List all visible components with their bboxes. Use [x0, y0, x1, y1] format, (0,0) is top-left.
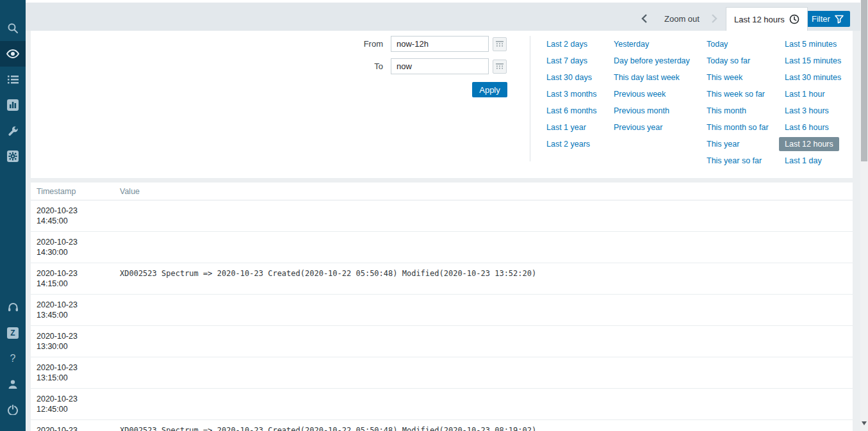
quick-range-item: Today so far [707, 52, 769, 69]
quick-range-link[interactable]: Last 1 hour [785, 90, 825, 99]
list-icon [8, 75, 19, 84]
sidebar-item-user-profile[interactable] [0, 371, 26, 397]
table-row: 2020-10-23 12:45:00 [31, 389, 853, 420]
value-cell [114, 232, 853, 263]
headset-icon [8, 302, 19, 313]
quick-range-link[interactable]: Last 2 days [546, 40, 587, 49]
quick-range-item: Last 5 minutes [785, 35, 841, 52]
sidebar-item-share[interactable]: Z [0, 320, 26, 346]
quick-range-link[interactable]: Last 1 year [546, 123, 586, 132]
quick-range-link[interactable]: This week so far [707, 90, 765, 99]
quick-range-column-1: Last 2 daysLast 7 daysLast 30 daysLast 3… [546, 35, 597, 152]
column-header-timestamp: Timestamp [31, 183, 114, 200]
vertical-scrollbar[interactable] [860, 0, 868, 431]
quick-range-link[interactable]: Previous month [614, 106, 669, 115]
quick-range-link[interactable]: Last 2 years [546, 140, 590, 149]
quick-range-item: This year [707, 135, 769, 152]
quick-range-link[interactable]: Day before yesterday [614, 56, 690, 65]
quick-range-link[interactable]: Today so far [707, 56, 750, 65]
quick-range-item: Last 30 days [546, 69, 597, 85]
search-icon [7, 22, 19, 34]
sidebar-item-support[interactable] [0, 295, 26, 320]
filter-panel-divider [530, 36, 530, 161]
quick-range-item: Previous year [614, 118, 690, 135]
sidebar-item-administration[interactable] [0, 143, 26, 169]
timestamp-cell: 2020-10-23 12:45:00 [31, 389, 114, 420]
quick-range-item: This year so far [707, 152, 769, 168]
calendar-icon [496, 41, 504, 48]
quick-range-link[interactable]: This year so far [707, 156, 762, 165]
time-shift-back-button[interactable] [640, 13, 649, 24]
zoom-out-button[interactable]: Zoom out [664, 14, 700, 24]
value-cell [114, 326, 853, 357]
time-range-tab[interactable]: Last 12 hours [726, 7, 808, 31]
apply-button[interactable]: Apply [472, 82, 507, 97]
quick-range-link[interactable]: Last 3 hours [785, 106, 829, 115]
quick-range-link[interactable]: This year [707, 140, 739, 149]
quick-range-link[interactable]: This day last week [614, 73, 680, 82]
value-cell [114, 295, 853, 326]
quick-range-link[interactable]: Last 30 days [546, 73, 592, 82]
quick-range-link[interactable]: Today [707, 40, 728, 49]
user-icon [8, 379, 18, 389]
timestamp-cell: 2020-10-23 13:45:00 [31, 295, 114, 326]
from-input[interactable] [391, 36, 489, 52]
sidebar-item-signout[interactable] [0, 397, 26, 423]
quick-range-link[interactable]: This week [707, 73, 742, 82]
clock-icon [789, 14, 799, 24]
table-row: 2020-10-23 14:30:00 [31, 232, 853, 263]
quick-range-item: This week [707, 69, 769, 85]
quick-range-item: Last 1 year [546, 118, 597, 135]
scrollbar-thumb[interactable] [861, 0, 867, 161]
power-icon [8, 405, 18, 415]
sidebar-item-reports[interactable] [0, 92, 26, 118]
table-row: 2020-10-23 13:15:00 [31, 357, 853, 389]
quick-range-link[interactable]: This month so far [707, 123, 769, 132]
quick-range-link[interactable]: This month [707, 106, 746, 115]
quick-range-link[interactable]: Previous year [614, 123, 662, 132]
from-calendar-button[interactable] [493, 37, 507, 51]
column-header-value: Value [114, 183, 853, 200]
time-shift-forward-button[interactable] [710, 13, 719, 24]
quick-range-link[interactable]: Previous week [614, 90, 666, 99]
quick-range-item: This month so far [707, 118, 769, 135]
sidebar-item-inventory[interactable] [0, 67, 26, 92]
to-calendar-button[interactable] [493, 60, 507, 74]
quick-range-link[interactable]: Last 7 days [546, 56, 587, 65]
table-row: 2020-10-23 13:45:00 [31, 295, 853, 326]
quick-range-column-3: TodayToday so farThis weekThis week so f… [707, 35, 769, 168]
quick-range-link[interactable]: Last 1 day [785, 156, 822, 165]
quick-range-item: Previous week [614, 85, 690, 102]
table-row: 2020-10-23 14:15:00 XD002523 Spectrum =>… [31, 263, 853, 295]
filter-button[interactable]: Filter [805, 11, 850, 27]
sidebar-footer-menu: Z ? [0, 295, 26, 431]
quick-range-link[interactable]: Last 6 hours [785, 123, 829, 132]
quick-range-link[interactable]: Last 6 months [546, 106, 597, 115]
quick-range-item: Last 30 minutes [785, 69, 841, 85]
quick-range-column-4: Last 5 minutesLast 15 minutesLast 30 min… [785, 35, 841, 168]
quick-range-link[interactable]: Yesterday [614, 40, 649, 49]
quick-range-link[interactable]: Last 30 minutes [785, 73, 841, 82]
scrollbar-down-arrow-icon[interactable] [862, 421, 867, 425]
history-table: Timestamp Value 2020-10-23 14:45:00 2020… [31, 183, 853, 431]
history-table-panel: Timestamp Value 2020-10-23 14:45:00 2020… [31, 183, 853, 431]
table-body: 2020-10-23 14:45:00 2020-10-23 14:30:00 … [31, 200, 853, 431]
table-header-row: Timestamp Value [31, 183, 853, 200]
quick-range-link[interactable]: Last 3 months [546, 90, 597, 99]
quick-range-item: Last 6 months [546, 102, 597, 118]
sidebar: Z ? [0, 0, 26, 431]
value-cell [114, 357, 853, 389]
quick-range-link[interactable]: Last 5 minutes [785, 40, 837, 49]
help-icon: ? [10, 353, 16, 364]
quick-range-column-2: YesterdayDay before yesterdayThis day la… [614, 35, 690, 135]
quick-range-item: Today [707, 35, 769, 52]
quick-range-link[interactable]: Last 12 hours [779, 137, 839, 151]
to-input[interactable] [391, 58, 489, 74]
value-cell [114, 200, 853, 232]
quick-range-link[interactable]: Last 15 minutes [785, 56, 841, 65]
sidebar-item-configuration[interactable] [0, 118, 26, 143]
sidebar-item-monitoring[interactable] [0, 41, 26, 67]
sidebar-item-help[interactable]: ? [0, 346, 26, 371]
sidebar-item-search[interactable] [0, 15, 26, 41]
gear-icon [7, 150, 19, 162]
